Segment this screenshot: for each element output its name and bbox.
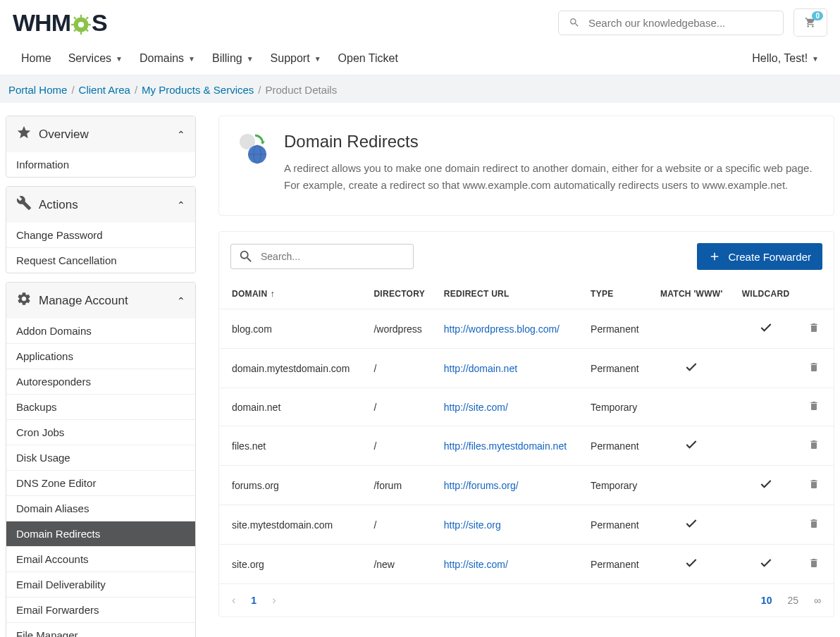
redirect-url-link[interactable]: http://domain.net <box>444 363 517 374</box>
main-content: Domain Redirects A redirect allows you t… <box>218 116 834 637</box>
breadcrumb-link[interactable]: My Products & Services <box>142 84 254 96</box>
redirect-url-link[interactable]: http://wordpress.blog.com/ <box>444 323 560 335</box>
cell-wildcard <box>733 426 799 466</box>
sidebar-panel-actions: Actions⌃Change PasswordRequest Cancellat… <box>6 186 196 273</box>
nav-home[interactable]: Home <box>13 42 60 75</box>
chevron-up-icon: ⌃ <box>177 295 185 307</box>
sidebar-item-dns-zone-editor[interactable]: DNS Zone Editor <box>6 470 195 495</box>
nav-support[interactable]: Support▼ <box>262 42 330 75</box>
sidebar-item-domain-redirects[interactable]: Domain Redirects <box>6 521 195 546</box>
redirect-url-link[interactable]: http://site.com/ <box>444 402 508 413</box>
cell-actions <box>799 349 834 388</box>
sidebar-item-email-forwarders[interactable]: Email Forwarders <box>6 597 195 622</box>
cell-match-www <box>650 388 733 426</box>
svg-rect-3 <box>80 31 82 35</box>
svg-rect-8 <box>86 17 89 20</box>
cell-url: http://site.org <box>437 505 583 545</box>
column-header[interactable]: REDIRECT URL <box>437 280 583 309</box>
table-footer: ‹ 1 › 1025∞ <box>219 583 834 617</box>
redirect-url-link[interactable]: http://site.org <box>444 519 501 531</box>
sidebar-item-request-cancellation[interactable]: Request Cancellation <box>6 247 195 273</box>
delete-button[interactable] <box>808 521 820 532</box>
page-size-option[interactable]: ∞ <box>814 595 821 606</box>
page-size-option[interactable]: 10 <box>761 595 772 606</box>
breadcrumb-link[interactable]: Portal Home <box>8 84 67 96</box>
sidebar-item-information[interactable]: Information <box>6 152 195 177</box>
cell-actions <box>799 309 834 349</box>
delete-button[interactable] <box>808 325 820 336</box>
sidebar-item-addon-domains[interactable]: Addon Domains <box>6 318 195 343</box>
table-search[interactable] <box>230 244 414 269</box>
current-page[interactable]: 1 <box>251 595 257 606</box>
sidebar-item-domain-aliases[interactable]: Domain Aliases <box>6 495 195 521</box>
nav-services[interactable]: Services▼ <box>60 42 131 75</box>
panel-title: Actions <box>39 198 78 212</box>
prev-page-button[interactable]: ‹ <box>232 594 235 607</box>
nav-open-ticket[interactable]: Open Ticket <box>330 42 407 75</box>
nav-domains[interactable]: Domains▼ <box>131 42 204 75</box>
page-header-card: Domain Redirects A redirect allows you t… <box>218 116 834 216</box>
panel-header[interactable]: Manage Account⌃ <box>6 283 195 318</box>
plus-icon <box>708 250 721 263</box>
breadcrumb-separator: / <box>135 84 137 96</box>
panel-header[interactable]: Actions⌃ <box>6 187 195 223</box>
delete-button[interactable] <box>808 442 820 453</box>
column-header[interactable]: DIRECTORY <box>366 280 436 309</box>
knowledgebase-search[interactable] <box>558 11 784 35</box>
column-header[interactable]: MATCH 'WWW' <box>650 280 733 309</box>
sidebar-item-disk-usage[interactable]: Disk Usage <box>6 445 195 470</box>
redirect-url-link[interactable]: http://site.com/ <box>444 559 508 570</box>
sidebar-item-backups[interactable]: Backups <box>6 394 195 419</box>
search-icon <box>569 17 580 28</box>
user-greeting[interactable]: Hello, Test!▼ <box>743 42 827 75</box>
cell-match-www <box>650 545 733 584</box>
column-header[interactable]: WILDCARD <box>733 280 799 309</box>
cell-directory: / <box>366 505 436 545</box>
sidebar-item-email-deliverability[interactable]: Email Deliverability <box>6 571 195 597</box>
sidebar-item-cron-jobs[interactable]: Cron Jobs <box>6 419 195 445</box>
sidebar-item-autoresponders[interactable]: Autoresponders <box>6 369 195 394</box>
table-search-input[interactable] <box>261 251 406 262</box>
sidebar-panel-manage-account: Manage Account⌃Addon DomainsApplications… <box>6 282 196 637</box>
panel-header[interactable]: Overview⌃ <box>6 116 195 152</box>
cell-actions <box>799 388 834 426</box>
table-row: forums.org/forumhttp://forums.org/Tempor… <box>219 466 834 505</box>
sidebar-item-applications[interactable]: Applications <box>6 343 195 369</box>
cell-wildcard <box>733 505 799 545</box>
delete-button[interactable] <box>808 481 820 493</box>
page-size-option[interactable]: 25 <box>787 595 798 606</box>
next-page-button[interactable]: › <box>272 594 276 607</box>
cell-type: Permanent <box>583 505 650 545</box>
cart-badge: 0 <box>812 11 823 20</box>
cell-domain: domain.mytestdomain.com <box>219 349 366 388</box>
redirect-url-link[interactable]: http://forums.org/ <box>444 480 519 491</box>
sidebar-item-change-password[interactable]: Change Password <box>6 223 195 247</box>
create-button-label: Create Forwarder <box>728 251 811 263</box>
sidebar-item-email-accounts[interactable]: Email Accounts <box>6 546 195 571</box>
table-row: blog.com/wordpresshttp://wordpress.blog.… <box>219 309 834 349</box>
cell-actions <box>799 466 834 505</box>
nav-billing[interactable]: Billing▼ <box>204 42 262 75</box>
cell-type: Temporary <box>583 388 650 426</box>
delete-button[interactable] <box>808 560 820 571</box>
redirect-icon <box>236 132 270 194</box>
column-header[interactable]: DOMAIN↑ <box>219 280 366 309</box>
cell-actions <box>799 426 834 466</box>
create-forwarder-button[interactable]: Create Forwarder <box>697 243 822 270</box>
column-header[interactable]: TYPE <box>583 280 650 309</box>
sidebar-item-file-manager[interactable]: File Manager <box>6 622 195 637</box>
cell-match-www <box>650 426 733 466</box>
breadcrumb-separator: / <box>258 84 261 96</box>
cell-url: http://site.com/ <box>437 388 583 426</box>
cart-button[interactable]: 0 <box>793 8 827 37</box>
search-input[interactable] <box>588 17 773 29</box>
redirect-url-link[interactable]: http://files.mytestdomain.net <box>444 440 567 452</box>
search-icon <box>238 249 254 264</box>
delete-button[interactable] <box>808 403 820 414</box>
svg-rect-4 <box>71 24 75 25</box>
cell-domain: site.org <box>219 545 366 584</box>
breadcrumb-link[interactable]: Client Area <box>79 84 130 96</box>
logo[interactable]: WHM S <box>13 9 107 37</box>
delete-button[interactable] <box>808 364 820 376</box>
logo-prefix: WHM <box>13 9 70 37</box>
